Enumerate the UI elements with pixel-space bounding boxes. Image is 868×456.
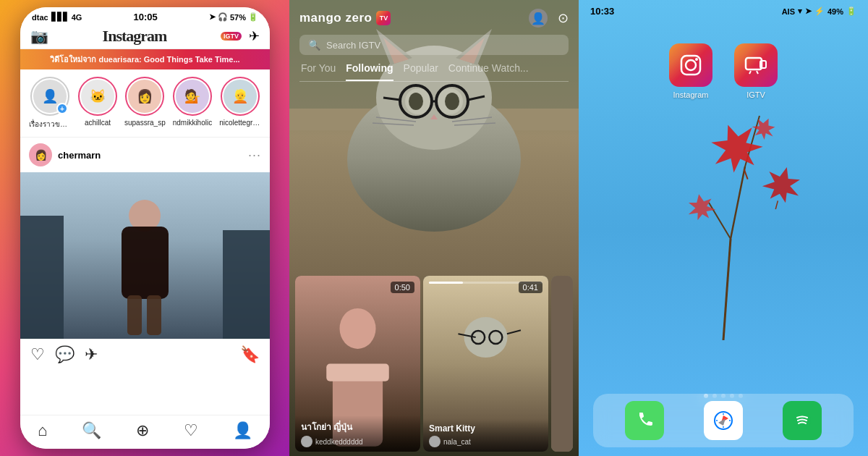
igtv-card-info-2: Smart Kitty nala_cat bbox=[423, 419, 548, 452]
instagram-app-label: Instagram bbox=[673, 90, 709, 99]
svg-point-35 bbox=[464, 317, 508, 358]
headphone-icon: 🎧 bbox=[218, 12, 228, 22]
post-more-button[interactable]: ··· bbox=[248, 148, 261, 163]
nav-heart-icon[interactable]: ♡ bbox=[184, 421, 198, 440]
story-item-4[interactable]: 👱 nicolettegra... bbox=[219, 77, 261, 130]
post-actions-left: ♡ 💬 ✈ bbox=[30, 345, 98, 364]
camera-icon[interactable]: 📷 bbox=[30, 28, 48, 45]
svg-line-41 bbox=[723, 239, 731, 340]
svg-rect-5 bbox=[127, 295, 142, 335]
ig-logo: Instagram bbox=[103, 27, 167, 46]
app-icon-igtv[interactable]: IGTV bbox=[734, 43, 778, 99]
post-username: chermarn bbox=[58, 150, 101, 161]
left-panel: dtac ▋▋▋ 4G 10:05 ➤ 🎧 57% 🔋 📷 Instagram … bbox=[0, 0, 289, 456]
igtv-card-title-1: นาโกย่า ญี่ปุ่น bbox=[301, 420, 414, 434]
carrier: dtac bbox=[32, 13, 48, 22]
svg-line-48 bbox=[775, 200, 778, 209]
ios-status-bar-right: 10:33 AIS ▾ ➤ ⚡ 49% 🔋 bbox=[579, 0, 868, 20]
story-name-1: achillcat bbox=[85, 119, 111, 127]
igtv-duration-1: 0:50 bbox=[391, 282, 414, 293]
carrier-info: dtac ▋▋▋ 4G bbox=[32, 12, 82, 22]
phone-icon bbox=[634, 410, 655, 431]
story-avatar-self: 👤 + bbox=[30, 77, 69, 116]
tab-for-you[interactable]: For You bbox=[301, 62, 336, 81]
igtv-search-bar[interactable]: 🔍 Search IGTV bbox=[299, 35, 569, 55]
share-icon[interactable]: ✈ bbox=[249, 28, 260, 44]
maple-leaves-container bbox=[665, 94, 846, 350]
igtv-logo-icon: TV bbox=[376, 11, 391, 25]
svg-rect-2 bbox=[223, 230, 270, 339]
save-button[interactable]: 🔖 bbox=[240, 345, 260, 364]
safari-icon bbox=[712, 410, 734, 431]
igtv-card-title-2: Smart Kitty bbox=[429, 423, 542, 434]
svg-line-44 bbox=[709, 203, 731, 239]
igtv-card-3-partial[interactable] bbox=[551, 276, 573, 452]
ig-nav: ⌂ 🔍 ⊕ ♡ 👤 bbox=[20, 415, 270, 449]
share-button[interactable]: ✈ bbox=[85, 345, 98, 364]
banner-prefix: วิดีโอใหม่จาก duearisara: bbox=[50, 55, 141, 64]
igtv-search-placeholder: Search IGTV bbox=[326, 40, 380, 51]
nav-profile-icon[interactable]: 👤 bbox=[233, 421, 252, 440]
ig-header-icons: IGTV ✈ bbox=[221, 28, 260, 44]
svg-marker-47 bbox=[760, 162, 805, 206]
igtv-settings-icon[interactable]: ⊙ bbox=[558, 10, 569, 26]
igtv-logo-text: mango zero bbox=[299, 11, 372, 25]
svg-marker-60 bbox=[718, 418, 726, 426]
igtv-card-1[interactable]: 0:50 นาโกย่า ญี่ปุ่น keddkedddddd bbox=[295, 276, 420, 452]
spotify-icon bbox=[791, 410, 813, 431]
tab-following[interactable]: Following bbox=[346, 62, 393, 81]
nav-add-icon[interactable]: ⊕ bbox=[136, 421, 149, 440]
app-icon-instagram[interactable]: Instagram bbox=[669, 43, 712, 99]
svg-point-65 bbox=[793, 412, 811, 429]
igtv-logo-row: mango zero TV 👤 ⊙ bbox=[299, 9, 569, 28]
igtv-icon-label: TV bbox=[380, 14, 388, 22]
nav-search-icon[interactable]: 🔍 bbox=[82, 421, 101, 440]
maple-leaves-svg bbox=[665, 94, 846, 347]
svg-line-42 bbox=[731, 166, 745, 239]
location-icon: ➤ bbox=[209, 12, 216, 22]
igtv-user-avatar[interactable]: 👤 bbox=[529, 9, 548, 28]
story-item-3[interactable]: 💁 ndmikkiholic bbox=[173, 77, 212, 130]
igtv-username-2: nala_cat bbox=[443, 438, 471, 446]
ig-stories: 👤 + เรื่องราวของคุณ 🐱 achillcat 👩 supass… bbox=[20, 69, 270, 138]
story-item-1[interactable]: 🐱 achillcat bbox=[78, 77, 117, 130]
dock-phone[interactable] bbox=[625, 401, 664, 440]
instagram-icon bbox=[669, 43, 712, 87]
igtv-logo-svg bbox=[743, 52, 769, 78]
svg-rect-1 bbox=[20, 216, 64, 339]
igtv-badge[interactable]: IGTV bbox=[221, 32, 242, 41]
tab-continue-watching[interactable]: Continue Watch... bbox=[448, 62, 529, 81]
story-add-button[interactable]: + bbox=[56, 103, 68, 114]
story-name-3: ndmikkiholic bbox=[173, 119, 212, 127]
igtv-user-avatar-2 bbox=[429, 436, 441, 447]
story-avatar-4: 👱 bbox=[221, 77, 260, 116]
igtv-card-2[interactable]: 0:41 Smart Kitty nala_cat bbox=[423, 276, 548, 452]
svg-rect-40 bbox=[551, 276, 573, 452]
wifi-icon-right: ▾ bbox=[798, 7, 802, 16]
igtv-video-grid: 0:50 นาโกย่า ญี่ปุ่น keddkedddddd bbox=[289, 271, 579, 456]
ig-banner[interactable]: วิดีโอใหม่จาก duearisara: Good Things Ta… bbox=[20, 49, 270, 69]
story-item-2[interactable]: 👩 supassra_sp bbox=[124, 77, 166, 130]
igtv-header: mango zero TV 👤 ⊙ 🔍 Search IGTV For You … bbox=[289, 0, 579, 82]
like-button[interactable]: ♡ bbox=[30, 345, 45, 364]
nav-home-icon[interactable]: ⌂ bbox=[38, 421, 47, 440]
svg-marker-45 bbox=[704, 116, 767, 177]
story-name-2: supassra_sp bbox=[124, 119, 166, 127]
story-avatar-3: 💁 bbox=[173, 77, 212, 116]
battery-icon-right: 🔋 bbox=[846, 7, 856, 16]
middle-panel: mango zero TV 👤 ⊙ 🔍 Search IGTV For You … bbox=[289, 0, 579, 456]
comment-button[interactable]: 💬 bbox=[55, 345, 75, 364]
post-avatar: 👩 bbox=[29, 143, 52, 166]
story-item-self[interactable]: 👤 + เรื่องราวของคุณ bbox=[29, 77, 71, 130]
dock-safari[interactable] bbox=[704, 401, 743, 440]
story-avatar-inner-2: 👩 bbox=[128, 80, 161, 113]
dock-spotify[interactable] bbox=[783, 401, 822, 440]
ig-post-header: 👩 chermarn ··· bbox=[20, 138, 270, 172]
svg-line-56 bbox=[749, 71, 751, 74]
svg-rect-33 bbox=[326, 364, 389, 381]
tab-popular[interactable]: Popular bbox=[404, 62, 438, 81]
svg-line-57 bbox=[757, 71, 758, 74]
post-image-svg bbox=[20, 172, 270, 339]
igtv-user-avatar-1 bbox=[301, 436, 312, 447]
phone-left: dtac ▋▋▋ 4G 10:05 ➤ 🎧 57% 🔋 📷 Instagram … bbox=[20, 7, 270, 449]
